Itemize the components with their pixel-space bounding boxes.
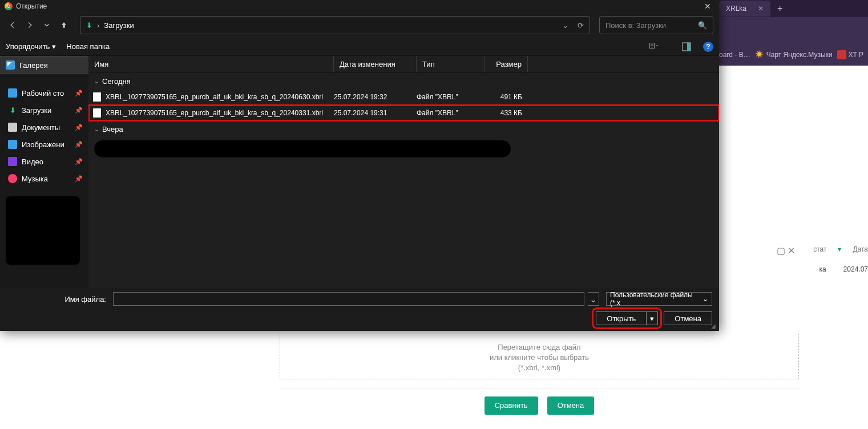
up-button[interactable] (57, 18, 71, 32)
file-row[interactable]: XBRL_1027739075165_ep_purcb_aif_uk_bki_k… (88, 105, 719, 121)
downloads-icon: ⬇ (8, 106, 17, 115)
pin-icon: 📌 (75, 158, 83, 165)
back-button[interactable] (6, 18, 19, 32)
col-header-size[interactable]: Размер (485, 56, 528, 72)
search-icon: 🔍 (698, 21, 707, 30)
sidebar-item-images[interactable]: Изображени📌 (0, 136, 88, 153)
pin-icon: 📌 (75, 107, 83, 114)
dialog-close-icon[interactable]: ✕ (701, 2, 714, 11)
filetype-select[interactable]: Пользовательские файлы (*.x⌄ (606, 292, 712, 306)
desktop-icon (8, 88, 17, 98)
file-name: XBRL_1027739075165_ep_purcb_aif_uk_bki_k… (106, 109, 334, 117)
pin-icon: 📌 (75, 90, 83, 97)
new-folder-button[interactable]: Новая папка (66, 42, 110, 51)
address-bar[interactable]: ⬇ › Загрузки ⌄ ⟳ (80, 16, 590, 34)
col-header-type[interactable]: Тип (417, 56, 485, 72)
video-icon (8, 157, 17, 166)
chrome-icon (5, 2, 13, 10)
col-header-name[interactable]: Имя (88, 56, 334, 72)
dialog-title: Открытие (16, 2, 47, 10)
organize-button[interactable]: Упорядочить ▾ (6, 42, 56, 51)
search-placeholder: Поиск в: Загрузки (605, 21, 666, 30)
file-column-headers: Имя Дата изменения Тип Размер (88, 56, 719, 73)
chevron-right-icon: › (97, 21, 99, 30)
chevron-down-icon: ▾ (52, 42, 56, 51)
downloads-icon: ⬇ (86, 21, 92, 30)
search-input[interactable]: Поиск в: Загрузки 🔍 (599, 16, 713, 34)
file-size: 491 КБ (485, 93, 528, 101)
maximize-icon[interactable]: ▢ (777, 245, 785, 256)
file-drop-zone[interactable]: Перетащите сюда файл или кликните чтобы … (280, 334, 799, 379)
tab-title: XRLka (726, 5, 746, 13)
file-size: 433 КБ (485, 109, 528, 117)
file-name: XBRL_1027739075165_ep_purcb_aif_uk_bki_k… (106, 93, 334, 101)
sidebar-item-video[interactable]: Видео📌 (0, 153, 88, 170)
filename-label: Имя файла: (7, 295, 110, 303)
pin-icon: 📌 (75, 124, 83, 131)
bookmark-item[interactable]: ☀️Чарт Яндекс.Музыки (755, 50, 833, 59)
cell-status: ка (819, 265, 826, 273)
file-type: Файл "XBRL" (417, 93, 485, 101)
bookmark-item[interactable]: oard - B… (719, 51, 750, 59)
resize-grip[interactable]: ◢ (711, 323, 718, 330)
dialog-title-bar: Открытие ✕ (0, 0, 719, 13)
close-icon[interactable]: ✕ (788, 245, 795, 256)
sidebar-item-desktop[interactable]: Рабочий сто📌 (0, 84, 88, 102)
chevron-down-icon: ⌄ (703, 295, 708, 303)
music-icon (8, 174, 17, 183)
filename-input[interactable] (113, 292, 584, 306)
preview-pane-button[interactable] (680, 41, 693, 53)
dialog-nav-bar: ⬇ › Загрузки ⌄ ⟳ Поиск в: Загрузки 🔍 (0, 13, 719, 38)
refresh-button[interactable]: ⟳ (578, 21, 584, 30)
file-row[interactable]: XBRL_1027739075165_ep_purcb_aif_uk_bki_k… (88, 89, 719, 105)
cell-date: 2024.07 (843, 265, 868, 273)
sidebar-gallery[interactable]: Галерея (0, 56, 88, 74)
new-tab-button[interactable]: + (777, 3, 782, 14)
help-button[interactable]: ? (703, 42, 713, 52)
address-dropdown[interactable]: ⌄ (562, 21, 568, 30)
pin-icon: 📌 (75, 175, 83, 183)
filename-dropdown[interactable]: ⌄ (588, 292, 599, 306)
images-icon (8, 140, 17, 149)
redacted-row (94, 140, 511, 157)
col-header-date[interactable]: Дата изменения (334, 56, 417, 72)
col-date: Дата (853, 245, 868, 253)
pin-icon: 📌 (75, 141, 83, 148)
sort-icon[interactable]: ▾ (838, 245, 841, 253)
dialog-toolbar: Упорядочить ▾ Новая папка ? (0, 38, 719, 56)
cancel-button[interactable]: Отмена (664, 311, 712, 325)
documents-icon (8, 123, 17, 132)
rw-icon (837, 50, 846, 59)
file-group-today[interactable]: ⌄Сегодня (88, 73, 719, 89)
gallery-icon (6, 60, 15, 70)
file-date: 25.07.2024 19:31 (334, 109, 417, 117)
file-list: ⌄Сегодня XBRL_1027739075165_ep_purcb_aif… (88, 73, 719, 288)
forward-button[interactable] (23, 18, 37, 32)
view-mode-button[interactable] (649, 41, 670, 52)
file-group-yesterday[interactable]: ⌄Вчера (88, 121, 719, 137)
file-icon (93, 92, 101, 102)
open-button[interactable]: Открыть (596, 311, 647, 325)
redacted-area (6, 196, 80, 265)
browser-tab[interactable]: XRLka ✕ (719, 1, 770, 17)
recent-dropdown[interactable] (40, 18, 54, 32)
cancel-compare-button[interactable]: Отмена (547, 396, 595, 415)
breadcrumb[interactable]: Загрузки (104, 21, 134, 30)
svg-rect-2 (687, 43, 691, 51)
dialog-sidebar: Галерея Рабочий сто📌 ⬇Загрузки📌 Документ… (0, 56, 88, 288)
col-status: стат (813, 245, 826, 253)
file-list-area: Имя Дата изменения Тип Размер ⌄Сегодня X… (88, 56, 719, 288)
sun-icon: ☀️ (755, 50, 764, 59)
tab-close-icon[interactable]: ✕ (758, 5, 764, 13)
dialog-footer: Имя файла: ⌄ Пользовательские файлы (*.x… (0, 288, 719, 331)
sidebar-item-downloads[interactable]: ⬇Загрузки📌 (0, 102, 88, 119)
open-dropdown[interactable]: ▾ (647, 311, 658, 325)
compare-button[interactable]: Сравнить (485, 396, 538, 415)
sidebar-item-documents[interactable]: Документы📌 (0, 119, 88, 136)
sidebar-item-music[interactable]: Музыка📌 (0, 170, 88, 187)
chevron-down-icon: ⌄ (94, 126, 99, 132)
file-open-dialog: Открытие ✕ ⬇ › Загрузки ⌄ ⟳ Поиск в: Заг… (0, 0, 719, 331)
file-date: 25.07.2024 19:32 (334, 93, 417, 101)
file-type: Файл "XBRL" (417, 109, 485, 117)
bookmark-item[interactable]: XT P (837, 50, 863, 59)
